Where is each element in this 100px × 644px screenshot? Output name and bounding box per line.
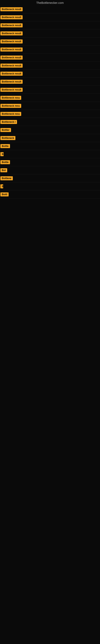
list-item: Bot (0, 166, 100, 174)
bottleneck-badge[interactable]: Bottl (0, 192, 9, 196)
list-item: Bottleneck result (0, 62, 100, 70)
site-title: TheBottlenecker.com (0, 0, 100, 5)
bottleneck-badge[interactable]: B (0, 152, 3, 156)
bottleneck-badge[interactable]: Bottleneck result (0, 56, 23, 60)
bottleneck-badge[interactable]: Bottleneck result (0, 32, 23, 36)
bottleneck-badge[interactable]: Bottleneck result (0, 48, 23, 52)
list-item: Bottleneck result (0, 86, 100, 94)
list-item: B (0, 150, 100, 158)
bottleneck-badge[interactable]: Bottleneck result (0, 64, 23, 68)
bottleneck-badge[interactable]: Bottleneck resu (0, 112, 21, 116)
list-item: Bottleneck result (0, 70, 100, 78)
bottleneck-badge[interactable]: Bottleneck result (0, 23, 23, 27)
bottleneck-badge[interactable]: Bottleneck result (0, 80, 23, 84)
list-item: Bottleneck resu (0, 94, 100, 102)
bottleneck-badge[interactable]: Bottleneck result (0, 7, 23, 11)
bottleneck-badge[interactable]: Bottlene (0, 176, 13, 180)
bottleneck-badge[interactable]: Bottleneck result (0, 72, 23, 76)
list-item: Bottleneck resu (0, 102, 100, 110)
list-item: Bottleneck result (0, 46, 100, 54)
rows-container: Bottleneck resultBottleneck resultBottle… (0, 5, 100, 198)
list-item: Bottleneck resu (0, 110, 100, 118)
list-item: Bottler (0, 126, 100, 134)
bottleneck-badge[interactable]: Bottler (0, 128, 11, 132)
list-item: Bottleneck result (0, 54, 100, 62)
bottleneck-badge[interactable]: Bottleneck result (0, 40, 23, 44)
list-item: Bottleneck result (0, 5, 100, 13)
bottleneck-badge[interactable]: Bottleneck (0, 136, 15, 140)
bottleneck-badge[interactable]: Bot (0, 168, 7, 172)
list-item: B (0, 182, 100, 190)
site-header: TheBottlenecker.com (0, 0, 100, 5)
list-item: Bottlene (0, 174, 100, 182)
bottleneck-badge[interactable]: Bottleneck resu (0, 104, 21, 108)
list-item: Bottleneck result (0, 13, 100, 21)
list-item: Bottleneck (0, 134, 100, 142)
list-item: Bottl (0, 190, 100, 198)
list-item: Bottleneck r (0, 118, 100, 126)
list-item: Bottle (0, 142, 100, 150)
list-item: Bottleneck result (0, 78, 100, 86)
bottleneck-badge[interactable]: Bottle (0, 144, 10, 148)
list-item: Bottleneck result (0, 21, 100, 30)
bottleneck-badge[interactable]: Bottle (0, 160, 10, 164)
bottleneck-badge[interactable]: Bottleneck result (0, 15, 23, 19)
list-item: Bottleneck result (0, 38, 100, 46)
bottleneck-badge[interactable]: Bottleneck result (0, 88, 23, 92)
list-item: Bottleneck result (0, 30, 100, 38)
bottleneck-badge[interactable]: Bottleneck r (0, 120, 17, 124)
bottleneck-badge[interactable]: Bottleneck resu (0, 96, 21, 100)
list-item: Bottle (0, 158, 100, 166)
bottleneck-badge[interactable]: B (0, 184, 3, 188)
